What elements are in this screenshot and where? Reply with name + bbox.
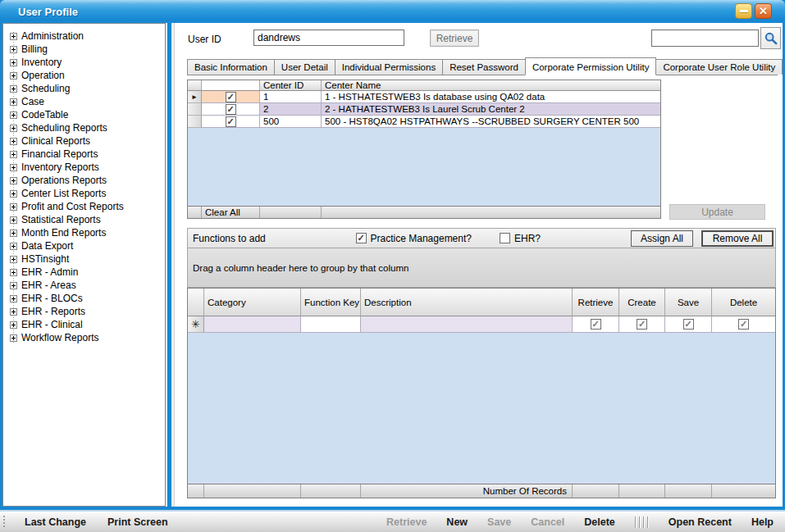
retrieve-button[interactable]: Retrieve [430, 30, 479, 47]
expand-plus-icon[interactable] [10, 138, 17, 145]
center-checkbox-cell[interactable] [202, 91, 260, 103]
function-key-input-cell[interactable] [301, 316, 361, 333]
statusbar-action[interactable]: Cancel [531, 516, 564, 528]
center-checkbox-cell[interactable] [202, 116, 260, 128]
expand-plus-icon[interactable] [10, 72, 17, 80]
center-name-column-header[interactable]: Center Name [322, 80, 660, 91]
center-name-cell[interactable]: 1 - HSTHATESTWEB3 Is database using QA02… [322, 91, 660, 103]
category-input-cell[interactable] [204, 316, 301, 333]
minimize-button[interactable] [735, 3, 752, 19]
expand-plus-icon[interactable] [10, 334, 17, 342]
center-checkbox[interactable] [226, 104, 236, 115]
assign-all-button[interactable]: Assign All [631, 230, 693, 247]
row-selector-cell[interactable] [188, 103, 202, 116]
expand-plus-icon[interactable] [10, 282, 17, 289]
save-checkbox[interactable] [683, 319, 694, 330]
expand-plus-icon[interactable] [10, 59, 17, 66]
statusbar-action[interactable]: Retrieve [386, 516, 427, 528]
expand-plus-icon[interactable] [10, 111, 17, 119]
statusbar-action[interactable]: New [446, 516, 468, 528]
row-selector-cell[interactable] [188, 91, 202, 103]
practice-management-checkbox[interactable] [356, 233, 367, 243]
update-button[interactable]: Update [669, 204, 765, 220]
expand-plus-icon[interactable] [10, 177, 17, 184]
clear-all-button[interactable]: Clear All [202, 207, 260, 218]
expand-plus-icon[interactable] [10, 216, 17, 224]
search-button[interactable] [760, 27, 781, 49]
tree-item[interactable]: Profit and Cost Reports [3, 200, 165, 213]
remove-all-button[interactable]: Remove All [701, 230, 774, 247]
tree-item[interactable]: Scheduling Reports [3, 121, 165, 134]
tree-item[interactable]: EHR - Areas [3, 279, 165, 292]
center-row[interactable]: 2 2 - HATHATESTWEB3 Is Laurel Scrub Cent… [188, 103, 660, 116]
create-checkbox-cell[interactable] [619, 316, 665, 333]
tab[interactable]: Corporate User Role Utility [655, 59, 783, 75]
center-checkbox-cell[interactable] [202, 103, 260, 116]
expand-plus-icon[interactable] [10, 151, 17, 158]
tab[interactable]: Individual Permissions [335, 59, 443, 75]
tree-item[interactable]: Month End Reports [3, 226, 165, 239]
statusbar-action[interactable]: Delete [584, 516, 615, 528]
center-row[interactable]: 1 1 - HSTHATESTWEB3 Is database using QA… [188, 91, 660, 103]
tree-item[interactable]: CodeTable [3, 108, 165, 121]
expand-plus-icon[interactable] [10, 98, 17, 106]
expand-plus-icon[interactable] [10, 46, 17, 53]
expand-plus-icon[interactable] [10, 269, 17, 276]
user-id-input[interactable] [253, 30, 404, 46]
tree-item[interactable]: Administration [3, 30, 165, 43]
save-column-header[interactable]: Save [665, 289, 712, 316]
expand-plus-icon[interactable] [10, 33, 17, 40]
tree-item[interactable]: HSTinsight [3, 252, 165, 266]
center-name-cell[interactable]: 500 - HST8QA02 HSTPATHWAYS --SCRUBBED SU… [322, 116, 660, 128]
center-id-cell[interactable]: 500 [260, 116, 322, 128]
delete-checkbox[interactable] [738, 319, 749, 330]
expand-plus-icon[interactable] [10, 125, 17, 132]
center-checkbox[interactable] [226, 92, 236, 102]
center-id-cell[interactable]: 2 [260, 103, 322, 116]
practice-management-option[interactable]: Practice Management? [356, 233, 472, 244]
expand-plus-icon[interactable] [10, 230, 17, 237]
description-input-cell[interactable] [361, 316, 573, 333]
ehr-option[interactable]: EHR? [500, 233, 541, 244]
tree-item[interactable]: EHR - Clinical [3, 318, 165, 331]
group-by-bar[interactable]: Drag a column header here to group by th… [187, 248, 776, 288]
center-name-cell[interactable]: 2 - HATHATESTWEB3 Is Laurel Scrub Center… [322, 103, 660, 116]
tab[interactable]: Reset Password [442, 59, 526, 75]
tree-item[interactable]: Operations Reports [3, 174, 165, 187]
titlebar[interactable]: User Profile ✕ [0, 0, 785, 23]
retrieve-column-header[interactable]: Retrieve [573, 289, 619, 316]
row-selector-cell[interactable] [188, 116, 202, 128]
tree-item[interactable]: EHR - BLOCs [3, 292, 165, 305]
tree-item[interactable]: Center List Reports [3, 187, 165, 200]
save-checkbox-cell[interactable] [665, 316, 712, 333]
retrieve-checkbox[interactable] [591, 319, 601, 330]
tree-item[interactable]: Inventory Reports [3, 161, 165, 174]
expand-plus-icon[interactable] [10, 243, 17, 250]
tree-item[interactable]: EHR - Reports [3, 305, 165, 318]
expand-plus-icon[interactable] [10, 256, 17, 263]
ehr-checkbox[interactable] [500, 233, 510, 243]
center-checkbox[interactable] [226, 116, 236, 127]
checkbox-column-header[interactable] [202, 80, 260, 91]
create-column-header[interactable]: Create [619, 289, 665, 316]
delete-checkbox-cell[interactable] [712, 316, 775, 333]
tab[interactable]: Basic Information [187, 59, 275, 75]
new-function-row[interactable]: ✳ [188, 316, 775, 333]
expand-plus-icon[interactable] [10, 164, 17, 171]
statusbar-action[interactable]: Print Screen [107, 516, 168, 528]
tree-item[interactable]: Clinical Reports [3, 134, 165, 148]
tree-item[interactable]: Statistical Reports [3, 213, 165, 226]
statusbar-action[interactable]: Save [487, 516, 511, 528]
expand-plus-icon[interactable] [10, 321, 17, 329]
expand-plus-icon[interactable] [10, 295, 17, 302]
tree-item[interactable]: EHR - Admin [3, 266, 165, 279]
tab[interactable]: Corporate Permission Utility [525, 57, 657, 75]
function-key-column-header[interactable]: Function Key [301, 289, 361, 316]
category-column-header[interactable]: Category [204, 289, 301, 316]
center-id-cell[interactable]: 1 [260, 91, 322, 103]
delete-column-header[interactable]: Delete [712, 289, 775, 316]
center-id-column-header[interactable]: Center ID [260, 80, 322, 91]
tree-item[interactable]: Case [3, 95, 165, 108]
tab[interactable]: User Detail [274, 59, 335, 75]
close-button[interactable]: ✕ [755, 3, 772, 19]
